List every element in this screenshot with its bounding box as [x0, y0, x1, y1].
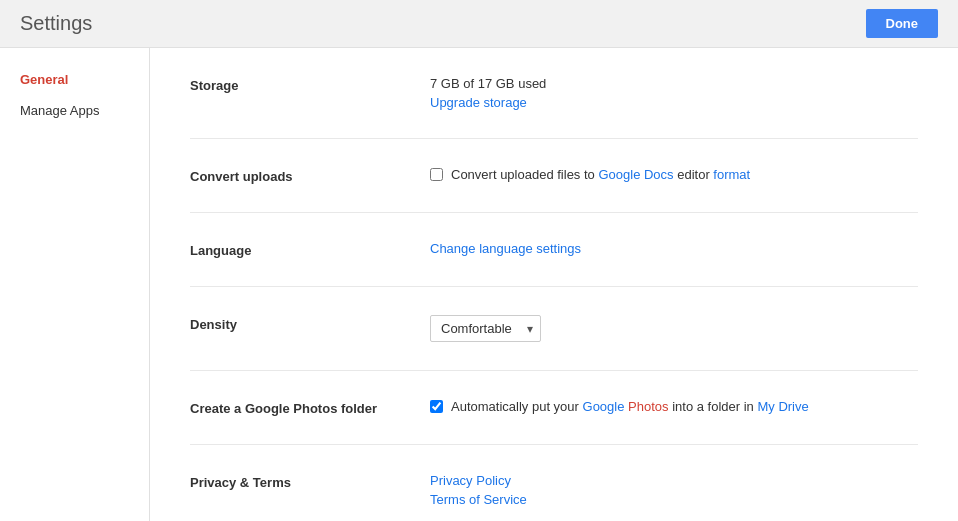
privacy-row: Privacy & Terms Privacy Policy Terms of … [190, 445, 918, 521]
density-label: Density [190, 315, 430, 332]
privacy-policy-link[interactable]: Privacy Policy [430, 473, 918, 488]
privacy-value: Privacy Policy Terms of Service [430, 473, 918, 507]
convert-uploads-label: Convert uploads [190, 167, 430, 184]
upgrade-storage-link[interactable]: Upgrade storage [430, 95, 918, 110]
google-photos-label: Create a Google Photos folder [190, 399, 430, 416]
storage-value: 7 GB of 17 GB used Upgrade storage [430, 76, 918, 110]
sidebar-item-general[interactable]: General [0, 64, 149, 95]
change-language-link[interactable]: Change language settings [430, 241, 581, 256]
settings-content: Storage 7 GB of 17 GB used Upgrade stora… [150, 48, 958, 521]
density-value: Comfortable Cozy Compact [430, 315, 918, 342]
density-select-wrapper: Comfortable Cozy Compact [430, 315, 541, 342]
google-photos-checkbox[interactable] [430, 400, 443, 413]
convert-uploads-row: Convert uploads Convert uploaded files t… [190, 139, 918, 213]
density-select[interactable]: Comfortable Cozy Compact [430, 315, 541, 342]
terms-of-service-link[interactable]: Terms of Service [430, 492, 918, 507]
convert-uploads-checkbox-label: Convert uploaded files to Google Docs ed… [451, 167, 750, 182]
storage-row: Storage 7 GB of 17 GB used Upgrade stora… [190, 48, 918, 139]
main-layout: General Manage Apps Storage 7 GB of 17 G… [0, 48, 958, 521]
convert-uploads-checkbox-row: Convert uploaded files to Google Docs ed… [430, 167, 918, 182]
google-photos-checkbox-label: Automatically put your Google Photos int… [451, 399, 809, 414]
page-title: Settings [20, 12, 92, 35]
language-label: Language [190, 241, 430, 258]
privacy-links: Privacy Policy Terms of Service [430, 473, 918, 507]
privacy-label: Privacy & Terms [190, 473, 430, 490]
google-photos-row: Create a Google Photos folder Automatica… [190, 371, 918, 445]
language-value: Change language settings [430, 241, 918, 256]
storage-label: Storage [190, 76, 430, 93]
sidebar-item-manage-apps[interactable]: Manage Apps [0, 95, 149, 126]
density-row: Density Comfortable Cozy Compact [190, 287, 918, 371]
sidebar: General Manage Apps [0, 48, 150, 521]
language-row: Language Change language settings [190, 213, 918, 287]
storage-used-text: 7 GB of 17 GB used [430, 76, 918, 91]
google-photos-value: Automatically put your Google Photos int… [430, 399, 918, 414]
convert-uploads-checkbox[interactable] [430, 168, 443, 181]
header: Settings Done [0, 0, 958, 48]
convert-uploads-value: Convert uploaded files to Google Docs ed… [430, 167, 918, 182]
done-button[interactable]: Done [866, 9, 939, 38]
google-photos-checkbox-row: Automatically put your Google Photos int… [430, 399, 918, 414]
